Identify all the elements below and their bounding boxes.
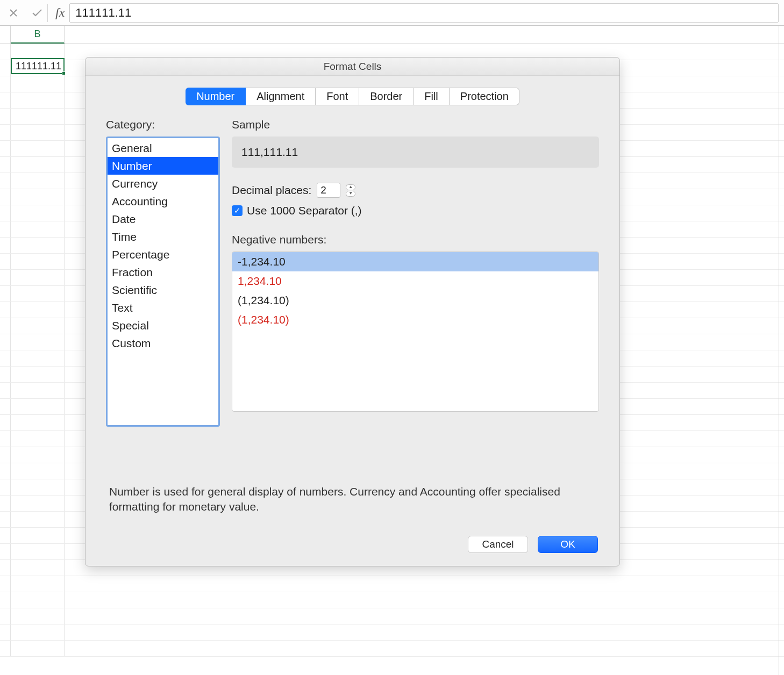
stepper-up-icon[interactable]: ▲ xyxy=(346,184,355,190)
category-item-accounting[interactable]: Accounting xyxy=(108,192,218,210)
category-description: Number is used for general display of nu… xyxy=(109,484,596,514)
confirm-entry-icon[interactable] xyxy=(29,5,45,21)
category-item-time[interactable]: Time xyxy=(108,228,218,246)
format-cells-dialog: Format Cells Number Alignment Font Borde… xyxy=(85,57,620,566)
spreadsheet-grid[interactable]: B xyxy=(0,26,784,675)
category-item-special[interactable]: Special xyxy=(108,317,218,334)
grid-right-edge xyxy=(779,26,784,675)
formula-value: 111111.11 xyxy=(75,6,131,20)
negative-format-item[interactable]: -1,234.10 xyxy=(232,252,598,271)
negative-numbers-list[interactable]: -1,234.10 1,234.10 (1,234.10) (1,234.10) xyxy=(232,252,599,412)
category-item-number[interactable]: Number xyxy=(108,157,218,175)
tab-number[interactable]: Number xyxy=(186,88,246,105)
negative-format-item[interactable]: 1,234.10 xyxy=(232,271,598,291)
negative-format-item[interactable]: (1,234.10) xyxy=(232,310,598,329)
category-label: Category: xyxy=(106,118,220,131)
check-icon: ✓ xyxy=(234,206,241,216)
cancel-button[interactable]: Cancel xyxy=(468,536,528,553)
category-item-scientific[interactable]: Scientific xyxy=(108,281,218,299)
negative-format-item[interactable]: (1,234.10) xyxy=(232,291,598,310)
active-cell[interactable]: 111111.11 xyxy=(11,58,65,74)
tab-font[interactable]: Font xyxy=(316,88,359,105)
category-item-date[interactable]: Date xyxy=(108,210,218,228)
sample-box: 111,111.11 xyxy=(232,137,599,168)
tab-fill[interactable]: Fill xyxy=(414,88,450,105)
category-item-fraction[interactable]: Fraction xyxy=(108,263,218,281)
tab-border[interactable]: Border xyxy=(359,88,414,105)
decimal-places-value: 2 xyxy=(320,184,326,196)
decimal-places-label: Decimal places: xyxy=(232,184,311,197)
tab-alignment[interactable]: Alignment xyxy=(246,88,316,105)
ok-button[interactable]: OK xyxy=(538,536,598,553)
fill-handle[interactable] xyxy=(62,71,66,75)
tab-protection[interactable]: Protection xyxy=(450,88,519,105)
formula-bar: fx 111111.11 xyxy=(0,0,784,26)
category-list[interactable]: General Number Currency Accounting Date … xyxy=(106,137,220,427)
column-header-b[interactable]: B xyxy=(11,26,65,44)
category-item-text[interactable]: Text xyxy=(108,299,218,317)
dialog-title: Format Cells xyxy=(85,58,619,76)
category-item-general[interactable]: General xyxy=(108,139,218,157)
decimal-places-input[interactable]: 2 xyxy=(317,183,340,198)
thousand-separator-label: Use 1000 Separator (,) xyxy=(247,204,362,217)
formula-input[interactable]: 111111.11 xyxy=(69,3,779,23)
decimal-places-stepper[interactable]: ▲ ▼ xyxy=(346,184,355,197)
category-item-percentage[interactable]: Percentage xyxy=(108,246,218,263)
sample-value: 111,111.11 xyxy=(241,146,298,159)
fx-label: fx xyxy=(48,5,69,20)
dialog-tabs: Number Alignment Font Border Fill Protec… xyxy=(106,88,599,105)
category-item-custom[interactable]: Custom xyxy=(108,334,218,352)
column-headers: B xyxy=(0,26,784,44)
stepper-down-icon[interactable]: ▼ xyxy=(346,191,355,197)
thousand-separator-checkbox[interactable]: ✓ xyxy=(232,205,243,216)
category-item-currency[interactable]: Currency xyxy=(108,175,218,192)
cancel-entry-icon[interactable] xyxy=(5,5,22,21)
negative-numbers-label: Negative numbers: xyxy=(232,233,599,246)
sample-label: Sample xyxy=(232,118,599,131)
active-cell-value: 111111.11 xyxy=(16,61,61,72)
